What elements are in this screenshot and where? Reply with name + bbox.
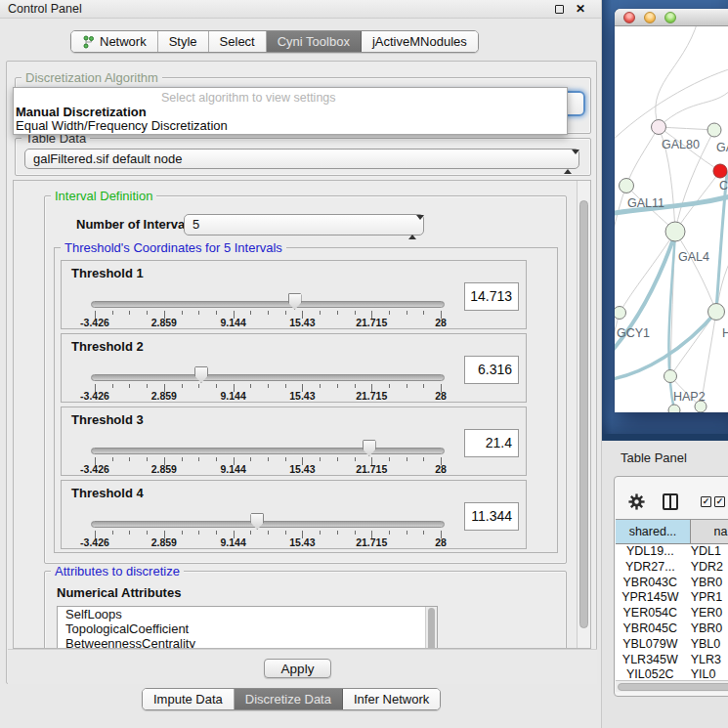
- checkbox-icon[interactable]: ✓: [701, 496, 711, 507]
- apply-button[interactable]: Apply: [264, 659, 331, 678]
- threshold-value-box[interactable]: 21.4: [464, 429, 519, 457]
- column-header-shared-[interactable]: shared...: [616, 519, 691, 544]
- algorithm-popup: Select algorithm to view settings Manual…: [13, 87, 568, 135]
- attribute-item[interactable]: BetweennessCentrality: [58, 636, 437, 649]
- threshold-label: Threshold 4: [71, 486, 144, 500]
- threshold-panel: Threshold 2-3.4262.8599.14415.4321.71528…: [61, 333, 527, 403]
- threshold-slider-track[interactable]: [91, 374, 445, 381]
- table-row[interactable]: YDR27...YDR2: [616, 560, 728, 576]
- network-node[interactable]: [713, 164, 727, 178]
- tab-jactivemnodules[interactable]: jActiveMNodules: [362, 31, 478, 52]
- columns-icon[interactable]: [663, 493, 678, 510]
- table-row[interactable]: YLR345WYLR3: [616, 653, 728, 668]
- desktop-bottom-edge: [602, 434, 728, 441]
- table-row[interactable]: YIL052CYIL0: [616, 667, 728, 680]
- checkbox-icon[interactable]: ✓: [714, 496, 725, 507]
- network-graph[interactable]: GAL80GACGAL11GAL4GCY1HHAP2: [615, 26, 728, 412]
- tab-cyni-toolbox[interactable]: Cyni Toolbox: [267, 31, 362, 52]
- threshold-slider-track[interactable]: [91, 448, 445, 454]
- table-cell[interactable]: YDR2: [685, 560, 728, 576]
- table-cell[interactable]: YLR345W: [616, 653, 685, 668]
- number-of-intervals-spinner[interactable]: 5: [184, 214, 424, 236]
- numerical-attributes-list[interactable]: SelfLoopsTopologicalCoefficientBetweenne…: [57, 606, 438, 649]
- close-icon[interactable]: ✕: [576, 5, 585, 14]
- table-cell[interactable]: YBR043C: [616, 576, 685, 591]
- table-cell[interactable]: YBL0: [685, 637, 728, 653]
- network-edges[interactable]: [615, 26, 728, 407]
- tab-select[interactable]: Select: [209, 31, 267, 52]
- attribute-item[interactable]: TopologicalCoefficient: [58, 621, 437, 636]
- scrollbar-thumb[interactable]: [579, 200, 588, 628]
- table-row[interactable]: YBR043CYBR0: [616, 576, 728, 591]
- table-cell[interactable]: YIL0: [685, 667, 728, 680]
- network-node[interactable]: [620, 179, 634, 193]
- network-node[interactable]: [652, 120, 666, 135]
- tab-label: Discretize Data: [245, 689, 331, 709]
- threshold-value-box[interactable]: 11.344: [464, 502, 519, 531]
- tab-label: Select: [220, 31, 255, 52]
- table-cell[interactable]: YLR3: [685, 653, 728, 668]
- zoom-window-icon[interactable]: [664, 12, 676, 23]
- table-cell[interactable]: YDR27...: [616, 560, 685, 576]
- list-scrollbar[interactable]: [425, 607, 437, 649]
- table-cell[interactable]: YPR1: [685, 590, 728, 606]
- tab-discretize-data[interactable]: Discretize Data: [235, 689, 343, 709]
- network-canvas[interactable]: GAL80GACGAL11GAL4GCY1HHAP2: [615, 26, 728, 412]
- table-cell[interactable]: YPR145W: [616, 590, 685, 606]
- table-row[interactable]: YDL19...YDL1: [616, 544, 728, 560]
- threshold-value-box[interactable]: 6.316: [464, 356, 519, 384]
- node-label: GCY1: [617, 326, 650, 340]
- tab-network[interactable]: Network: [71, 31, 158, 52]
- tab-label: Cyni Toolbox: [278, 31, 350, 52]
- network-node[interactable]: [668, 405, 680, 412]
- threshold-value-box[interactable]: 14.713: [464, 282, 519, 311]
- tab-infer-network[interactable]: Infer Network: [343, 689, 440, 709]
- tick-label: -3.426: [73, 536, 116, 548]
- table-cell[interactable]: YDL19...: [616, 544, 685, 560]
- threshold-panel: Threshold 3-3.4262.8599.14415.4321.71528…: [61, 407, 527, 476]
- table-cell[interactable]: YBR0: [685, 576, 728, 591]
- num-intervals-label: Number of Intervals: [76, 217, 195, 232]
- network-node[interactable]: [664, 370, 677, 383]
- network-node[interactable]: [665, 222, 685, 241]
- table-rows: YDL19...YDL1YDR27...YDR2YBR043CYBR0YPR14…: [616, 544, 728, 680]
- table-data-select[interactable]: galFiltered.sif default node: [24, 149, 579, 169]
- node-label: GAL80: [662, 138, 700, 151]
- table-row[interactable]: YPR145WYPR1: [616, 590, 728, 606]
- algorithm-option[interactable]: Equal Width/Frequency Discretization: [16, 118, 228, 133]
- group-title: Interval Definition: [51, 189, 156, 203]
- table-cell[interactable]: YDL1: [685, 544, 728, 560]
- column-header-na[interactable]: na: [691, 519, 728, 544]
- table-cell[interactable]: YBL079W: [616, 637, 685, 653]
- network-node[interactable]: [708, 304, 725, 321]
- network-node[interactable]: [615, 307, 626, 320]
- scrollbar-thumb[interactable]: [428, 608, 435, 649]
- algorithm-option[interactable]: Manual Discretization: [16, 105, 147, 119]
- table-row[interactable]: YBR045CYBR0: [616, 621, 728, 637]
- table-row[interactable]: YBL079WYBL0: [616, 637, 728, 653]
- table-cell[interactable]: YBR0: [685, 621, 728, 637]
- tick-label: 9.144: [212, 390, 255, 402]
- table-cell[interactable]: YER0: [685, 606, 728, 621]
- threshold-slider-track[interactable]: [91, 301, 445, 308]
- tab-style[interactable]: Style: [158, 31, 209, 52]
- vertical-scrollbar[interactable]: [577, 181, 590, 648]
- table-row[interactable]: YER054CYER0: [616, 606, 728, 621]
- scrollbar-thumb[interactable]: [618, 683, 728, 691]
- tick-label: 2.859: [143, 536, 186, 548]
- table-cell[interactable]: YER054C: [616, 606, 685, 621]
- close-window-icon[interactable]: [623, 12, 635, 23]
- gear-icon[interactable]: [628, 493, 645, 514]
- threshold-slider-track[interactable]: [91, 521, 445, 528]
- minimize-window-icon[interactable]: [644, 12, 656, 23]
- network-node[interactable]: [695, 401, 707, 412]
- tab-impute-data[interactable]: Impute Data: [143, 689, 235, 709]
- table-cell[interactable]: YBR045C: [616, 621, 685, 637]
- attribute-item[interactable]: SelfLoops: [58, 607, 437, 621]
- horizontal-scrollbar[interactable]: [616, 680, 728, 692]
- float-window-icon[interactable]: [555, 5, 564, 14]
- group-title: Attributes to discretize: [51, 564, 184, 578]
- table-cell[interactable]: YIL052C: [616, 667, 685, 680]
- network-node[interactable]: [707, 123, 721, 137]
- tick-label: 9.144: [212, 317, 255, 328]
